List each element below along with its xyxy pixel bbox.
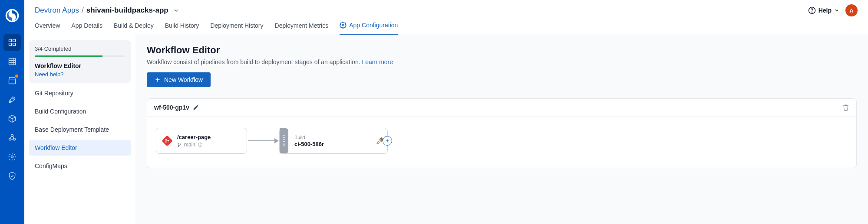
svg-rect-5 (9, 58, 16, 65)
edit-workflow-icon[interactable] (193, 104, 199, 110)
auto-badge: AUTO (280, 128, 288, 153)
rail-apps-icon[interactable] (3, 34, 21, 51)
workflow-header: wf-500-gp1v (147, 99, 856, 117)
build-name: ci-500-586r (294, 141, 370, 147)
breadcrumb: Devtron Apps / shivani-buildpacks-app (35, 6, 180, 15)
source-node[interactable]: /career-page main (156, 128, 247, 154)
svg-line-16 (13, 136, 14, 138)
rail-store-icon[interactable] (3, 72, 21, 89)
rail-cluster-icon[interactable] (3, 129, 21, 146)
svg-point-31 (178, 146, 179, 147)
help-label: Help (818, 7, 832, 14)
svg-point-13 (9, 138, 11, 140)
workflow-arrow (248, 140, 278, 141)
tab-app-configuration[interactable]: App Configuration (340, 22, 398, 35)
topbar: Devtron Apps / shivani-buildpacks-app He… (24, 0, 868, 16)
tab-overview[interactable]: Overview (35, 22, 60, 35)
branch-icon (177, 143, 182, 147)
page-description-text: Workflow consist of pipelines from build… (147, 58, 362, 65)
svg-point-35 (200, 144, 201, 144)
rail-settings-icon[interactable] (3, 148, 21, 166)
chevron-down-icon[interactable] (173, 7, 180, 14)
rail-rocket-icon[interactable] (3, 91, 21, 108)
breadcrumb-root[interactable]: Devtron Apps (35, 6, 79, 15)
progress-text: 3/4 Completed (35, 45, 125, 52)
workflow-body: /career-page main AUTO (147, 117, 856, 168)
learn-more-link[interactable]: Learn more (362, 58, 393, 65)
svg-point-11 (13, 98, 14, 99)
tab-app-configuration-label: App Configuration (349, 22, 398, 29)
svg-point-14 (13, 138, 16, 140)
left-nav-rail (0, 0, 24, 224)
plus-icon (385, 138, 390, 143)
svg-point-30 (178, 143, 179, 143)
source-branch: main (184, 142, 195, 148)
rail-shield-icon[interactable] (3, 167, 21, 185)
page-title: Workflow Editor (147, 45, 857, 56)
rail-cube-icon[interactable] (3, 110, 21, 127)
content-area: Workflow Editor Workflow consist of pipe… (135, 35, 868, 224)
tab-build-deploy[interactable]: Build & Deploy (114, 22, 154, 35)
tab-deployment-history[interactable]: Deployment History (210, 22, 263, 35)
svg-rect-3 (9, 43, 12, 46)
svg-point-32 (180, 143, 181, 144)
devtron-logo (3, 7, 21, 24)
user-avatar[interactable]: A (845, 4, 858, 16)
breadcrumb-app-name: shivani-buildpacks-app (86, 6, 168, 15)
sidebar-item-git-repository[interactable]: Git Repository (29, 85, 131, 101)
rail-grid-icon[interactable] (3, 53, 21, 70)
svg-rect-2 (13, 39, 16, 42)
new-workflow-label: New Workflow (164, 76, 203, 83)
config-sidebar: 3/4 Completed Workflow Editor Need help?… (24, 35, 135, 224)
svg-rect-4 (13, 43, 16, 46)
need-help-link[interactable]: Need help? (35, 71, 125, 78)
new-workflow-button[interactable]: New Workflow (147, 72, 211, 87)
workflow-card: wf-500-gp1v (147, 98, 857, 168)
svg-point-21 (342, 24, 344, 26)
page-description: Workflow consist of pipelines from build… (147, 58, 857, 65)
help-icon (808, 6, 816, 14)
app-tabs: Overview App Details Build & Deploy Buil… (24, 16, 868, 35)
sidebar-item-configmaps[interactable]: ConfigMaps (29, 158, 131, 174)
sidebar-item-base-deployment-template[interactable]: Base Deployment Template (29, 122, 131, 137)
svg-rect-10 (9, 79, 16, 84)
workflow-name: wf-500-gp1v (154, 104, 189, 111)
progress-bar (35, 55, 125, 57)
gear-icon (340, 22, 347, 29)
svg-point-20 (812, 12, 812, 12)
breadcrumb-separator: / (82, 6, 84, 15)
plus-icon (155, 77, 161, 83)
sidebar-item-build-configuration[interactable]: Build Configuration (29, 104, 131, 119)
sidebar-item-workflow-editor[interactable]: Workflow Editor (29, 140, 131, 156)
tab-app-details[interactable]: App Details (71, 22, 102, 35)
progress-card: 3/4 Completed Workflow Editor Need help? (29, 40, 131, 83)
source-path: /career-page (177, 134, 211, 140)
build-label: Build (294, 135, 370, 140)
git-icon (162, 136, 172, 146)
tab-build-history[interactable]: Build History (165, 22, 199, 35)
tab-deployment-metrics[interactable]: Deployment Metrics (275, 22, 329, 35)
build-node[interactable]: AUTO Build ci-500-586r (279, 128, 388, 154)
progress-title: Workflow Editor (35, 62, 125, 69)
svg-rect-1 (9, 39, 12, 42)
chevron-down-icon (834, 8, 839, 13)
svg-line-15 (10, 136, 11, 138)
add-stage-button[interactable] (383, 136, 392, 146)
help-button[interactable]: Help (808, 6, 839, 14)
delete-workflow-icon[interactable] (842, 104, 849, 111)
svg-point-18 (11, 156, 13, 158)
info-icon (198, 142, 203, 147)
